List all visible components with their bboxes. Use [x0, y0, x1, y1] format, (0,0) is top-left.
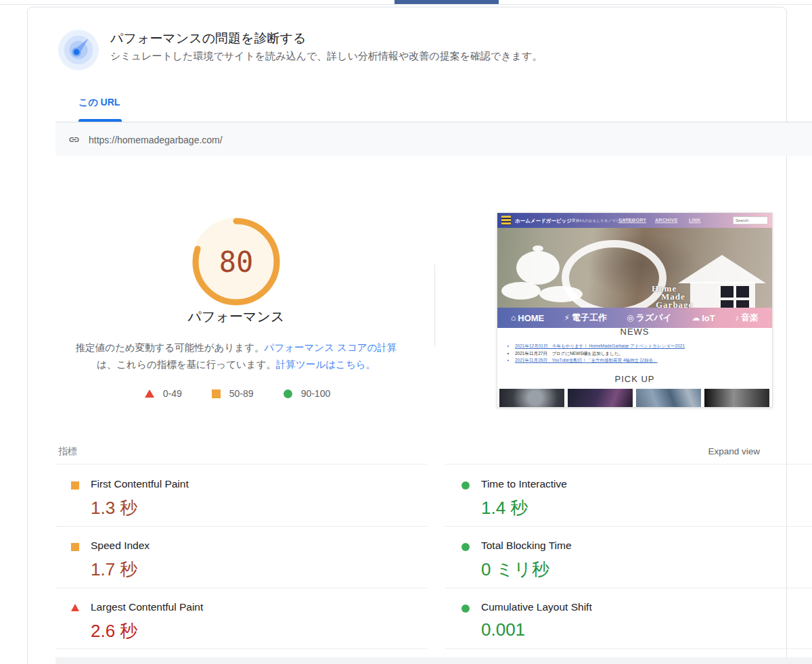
top-tab-fragment	[394, 0, 499, 4]
legend-good-range: 90-100	[301, 388, 331, 399]
preview-pickup-thumb	[499, 389, 564, 408]
tab-this-url[interactable]: この URL	[78, 97, 120, 109]
good-circle-icon	[461, 543, 470, 551]
metric-value-tti: 1.4 秒	[481, 496, 528, 520]
average-square-icon	[71, 543, 79, 551]
good-circle-icon	[461, 604, 470, 613]
preview-news-item: 2021年12月01日 今年もやります！ HomeMadeGarbage アドベ…	[515, 343, 685, 350]
poor-triangle-icon	[71, 604, 79, 611]
score-calc-link[interactable]: パフォーマンス スコアの計算	[264, 342, 397, 353]
performance-score-value: 80	[189, 245, 284, 279]
preview-pickup-row	[499, 389, 771, 408]
preview-menu-electronics: ⚡電子工作	[564, 312, 607, 324]
pagespeed-insights-page: パフォーマンスの問題を診断する シミュレートした環境でサイトを読み込んで、詳しい…	[0, 0, 812, 664]
performance-label: パフォーマンス	[101, 308, 371, 326]
preview-site-logo-icon	[501, 216, 511, 225]
divider	[55, 648, 427, 649]
diagnose-speedometer-icon	[58, 29, 99, 74]
preview-hero-image: Home Made Garbage	[497, 228, 772, 308]
report-footer: Captured at 2022年2月11日 23:40 JST デスクトップ用…	[55, 657, 812, 664]
preview-site-header: ホームメードガービッジ 家族4人のおもしろモノづくりブログ CATEGORY A…	[497, 213, 772, 228]
preview-news-item: 2021年11月26日 YouTube生配信！「全方向移動装置 4輪独立 記録会…	[515, 357, 685, 364]
berry-icon: ◎	[627, 313, 633, 323]
preview-menu-music: ♪音楽	[735, 312, 759, 324]
calc-tool-link[interactable]: 計算ツールはこちら。	[276, 359, 376, 370]
analyzed-url: https://homemadegarbage.com/	[89, 135, 223, 145]
divider	[55, 526, 427, 527]
hero-pot-shape	[539, 286, 583, 302]
divider	[55, 464, 427, 465]
home-icon: ⌂	[511, 313, 516, 323]
legend-average-range: 50-89	[229, 388, 254, 399]
plug-icon: ⚡	[564, 313, 570, 323]
legend-average: 50-89	[212, 388, 254, 399]
preview-pickup-thumb	[704, 389, 769, 408]
link-icon	[68, 134, 80, 148]
metric-name-tbt: Total Blocking Time	[481, 540, 572, 552]
preview-nav-link: LINK	[689, 218, 701, 222]
metrics-section-label: 指標	[58, 446, 77, 458]
divider	[445, 648, 812, 649]
hero-logo-text: Home Made Garbage	[652, 285, 693, 308]
vertical-divider	[434, 264, 435, 347]
hero-pot-shape	[501, 282, 541, 300]
metric-name-lcp: Largest Contentful Paint	[91, 601, 203, 613]
divider	[445, 588, 812, 588]
good-circle-icon	[461, 481, 470, 490]
poor-triangle-icon	[145, 389, 154, 398]
divider	[445, 464, 812, 465]
preview-menu-iot: ☁IoT	[692, 313, 715, 323]
page-subtitle: シミュレートした環境でサイトを読み込んで、詳しい分析情報や改善の提案を確認できま…	[110, 50, 542, 63]
report-card: パフォーマンスの問題を診断する シミュレートした環境でサイトを読み込んで、詳しい…	[27, 7, 787, 664]
metric-value-lcp: 2.6 秒	[91, 619, 137, 643]
metric-name-si: Speed Index	[91, 540, 150, 552]
disclaimer-text-2: は、これらの指標を基に行っています。	[97, 359, 276, 370]
metric-name-cls: Cumulative Layout Shift	[481, 601, 592, 613]
preview-site-brand: ホームメードガービッジ	[515, 218, 572, 224]
preview-pickup-thumb	[568, 389, 633, 408]
divider	[55, 588, 427, 588]
preview-pickup-heading: PICK UP	[497, 374, 772, 384]
preview-news-item: 2021年11月27日 ブログにNEWS欄を追加しました。	[515, 350, 685, 358]
top-divider	[0, 4, 812, 5]
page-title: パフォーマンスの問題を診断する	[110, 30, 306, 47]
metric-name-fcp: First Contentful Paint	[91, 478, 189, 490]
preview-news-heading: NEWS	[497, 327, 772, 337]
performance-score-gauge: 80	[189, 214, 284, 309]
good-circle-icon	[284, 389, 292, 398]
hero-house-roof-shape	[678, 255, 766, 283]
preview-menu-raspi: ◎ラズパイ	[627, 312, 672, 324]
hero-house-window	[721, 286, 750, 308]
hero-pot-shape	[516, 251, 560, 285]
preview-menu-bar: ⌂HOME ⚡電子工作 ◎ラズパイ ☁IoT ♪音楽	[497, 308, 772, 328]
metric-value-cls: 0.001	[481, 619, 525, 640]
preview-nav-category: CATEGORY	[618, 218, 646, 222]
score-disclaimer: 推定値のため変動する可能性があります。パフォーマンス スコアの計算は、これらの指…	[67, 339, 405, 373]
average-square-icon	[71, 481, 79, 490]
metric-name-tti: Time to Interactive	[481, 478, 567, 490]
legend-poor: 0-49	[145, 388, 182, 399]
metric-value-fcp: 1.3 秒	[91, 496, 137, 520]
preview-menu-home: ⌂HOME	[511, 313, 544, 323]
metric-value-tbt: 0 ミリ秒	[481, 558, 549, 582]
expand-view-button[interactable]: Expand view	[708, 446, 760, 456]
metric-value-si: 1.7 秒	[91, 558, 137, 582]
preview-search-input	[733, 216, 768, 224]
cloud-icon: ☁	[692, 313, 700, 323]
legend-poor-range: 0-49	[163, 388, 182, 399]
divider	[445, 526, 812, 527]
average-square-icon	[212, 389, 221, 398]
preview-nav-archive: ARCHIVE	[655, 218, 678, 222]
preview-news-list: 2021年12月01日 今年もやります！ HomeMadeGarbage アドベ…	[515, 343, 685, 364]
music-icon: ♪	[735, 313, 739, 323]
legend-good: 90-100	[284, 388, 331, 399]
preview-pickup-thumb	[636, 389, 701, 408]
site-screenshot-preview: ホームメードガービッジ 家族4人のおもしろモノづくりブログ CATEGORY A…	[497, 212, 773, 408]
disclaimer-text-1: 推定値のため変動する可能性があります。	[76, 342, 265, 353]
score-legend: 0-49 50-89 90-100	[102, 388, 373, 399]
